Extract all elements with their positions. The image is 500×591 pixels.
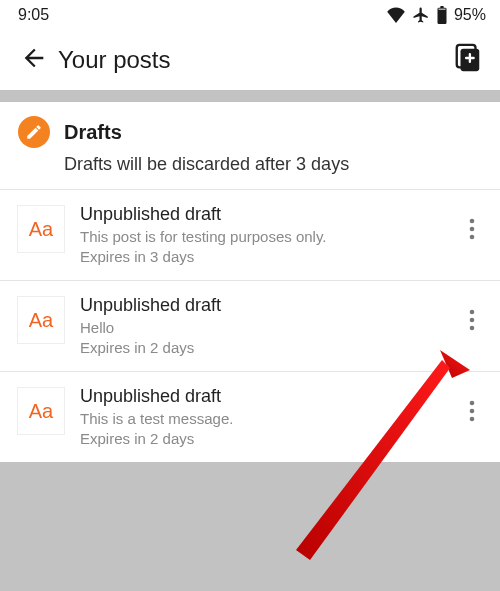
new-post-button[interactable] — [448, 40, 488, 80]
more-vert-icon — [462, 307, 482, 337]
svg-point-12 — [470, 409, 475, 414]
draft-row[interactable]: Aa Unpublished draft This is a test mess… — [0, 372, 500, 462]
svg-point-13 — [470, 417, 475, 422]
more-vert-icon — [462, 216, 482, 246]
text-thumbnail-icon: Aa — [18, 206, 64, 252]
page-title: Your posts — [58, 46, 448, 74]
svg-point-9 — [470, 318, 475, 323]
draft-title: Unpublished draft — [80, 295, 436, 316]
more-button[interactable] — [452, 299, 492, 345]
svg-point-11 — [470, 401, 475, 406]
more-button[interactable] — [452, 390, 492, 436]
text-thumbnail-icon: Aa — [18, 297, 64, 343]
draft-body: Unpublished draft This post is for testi… — [80, 204, 436, 266]
draft-title: Unpublished draft — [80, 386, 436, 407]
svg-rect-0 — [437, 8, 446, 24]
draft-expires: Expires in 2 days — [80, 338, 436, 358]
battery-percent: 95% — [454, 6, 486, 24]
airplane-icon — [412, 6, 430, 24]
wifi-icon — [386, 7, 406, 23]
status-time: 9:05 — [18, 6, 49, 24]
section-title: Drafts — [64, 121, 122, 144]
text-thumbnail-icon: Aa — [18, 388, 64, 434]
draft-snippet: This post is for testing purposes only. — [80, 227, 436, 247]
screen: { "status": { "time": "9:05", "battery":… — [0, 0, 500, 591]
status-icons: 95% — [386, 6, 486, 24]
svg-point-8 — [470, 310, 475, 315]
header: Your posts — [0, 30, 500, 90]
svg-point-7 — [470, 235, 475, 240]
draft-body: Unpublished draft This is a test message… — [80, 386, 436, 448]
svg-point-10 — [470, 326, 475, 331]
section-subtitle: Drafts will be discarded after 3 days — [0, 152, 500, 189]
draft-snippet: Hello — [80, 318, 436, 338]
svg-point-6 — [470, 227, 475, 232]
draft-row[interactable]: Aa Unpublished draft This post is for te… — [0, 190, 500, 280]
draft-row[interactable]: Aa Unpublished draft Hello Expires in 2 … — [0, 281, 500, 371]
add-card-icon — [453, 43, 483, 77]
svg-rect-1 — [440, 6, 444, 8]
draft-body: Unpublished draft Hello Expires in 2 day… — [80, 295, 436, 357]
svg-rect-2 — [438, 9, 445, 10]
drafts-section-header: Drafts Drafts will be discarded after 3 … — [0, 102, 500, 189]
draft-snippet: This is a test message. — [80, 409, 436, 429]
draft-expires: Expires in 2 days — [80, 429, 436, 449]
more-button[interactable] — [452, 208, 492, 254]
status-bar: 9:05 95% — [0, 0, 500, 30]
arrow-left-icon — [20, 44, 48, 76]
battery-icon — [436, 6, 448, 24]
draft-title: Unpublished draft — [80, 204, 436, 225]
back-button[interactable] — [14, 40, 54, 80]
more-vert-icon — [462, 398, 482, 428]
svg-point-5 — [470, 219, 475, 224]
pencil-icon — [18, 116, 50, 148]
draft-expires: Expires in 3 days — [80, 247, 436, 267]
